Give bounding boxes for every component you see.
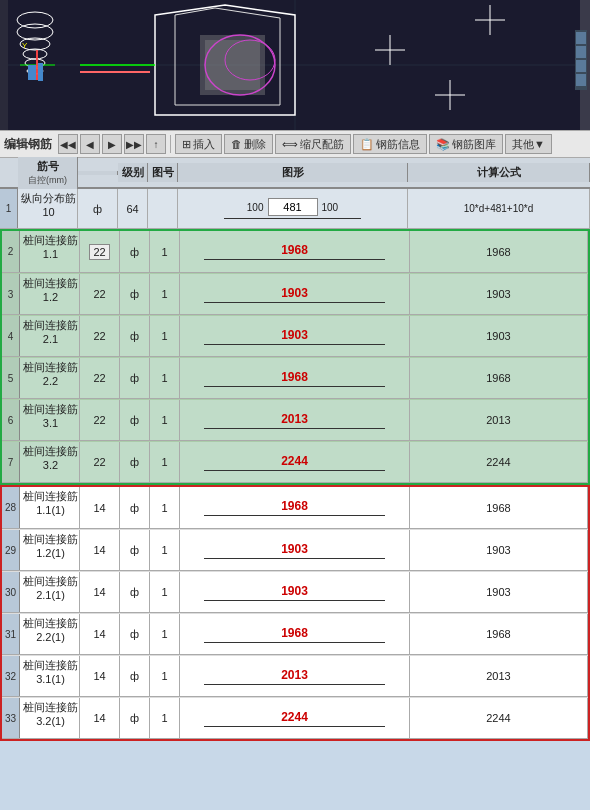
cell-jiebie-13: ф (120, 698, 150, 738)
cell-jiebie-1: 64 (118, 189, 148, 228)
cell-jiebie-4: ф (120, 316, 150, 356)
table-row: 1 纵向分布筋 10 ф 64 100 100 10*d+481+10*d (0, 189, 590, 229)
cell-tuhao-12: 1 (150, 656, 180, 696)
cell-tuhao-10: 1 (150, 572, 180, 612)
header-diameter (78, 171, 118, 175)
figure-input-1[interactable] (268, 198, 318, 216)
cell-jinhao-9: 桩间连接筋 1.2(1) (20, 530, 80, 570)
cell-figure-2: 1968 (180, 231, 410, 272)
figure-line-8 (204, 515, 386, 516)
cell-tuhao-5: 1 (150, 358, 180, 398)
cell-formula-9: 1903 (410, 530, 588, 570)
cell-formula-3: 1903 (410, 274, 588, 314)
cell-jiebie-12: ф (120, 656, 150, 696)
insert-btn[interactable]: ⊞ 插入 (175, 134, 222, 154)
cell-formula-7: 2244 (410, 442, 588, 482)
delete-icon: 🗑 (231, 138, 242, 150)
cell-jiebie-6: ф (120, 400, 150, 440)
table-row: 6 桩间连接筋 3.1 22 ф 1 2013 2013 (2, 399, 588, 441)
delete-label: 删除 (244, 137, 266, 152)
other-btn[interactable]: 其他 ▼ (505, 134, 552, 154)
table-row: 29 桩间连接筋 1.2(1) 14 ф 1 1903 1903 (2, 529, 588, 571)
svg-rect-20 (205, 40, 260, 90)
figure-line-10 (204, 600, 386, 601)
table-row: 3 桩间连接筋 1.2 22 ф 1 1903 1903 (2, 273, 588, 315)
cell-tuhao-3: 1 (150, 274, 180, 314)
svg-rect-15 (28, 65, 36, 80)
cell-diameter-2: 22 (80, 231, 120, 272)
nav-first-btn[interactable]: ◀◀ (58, 134, 78, 154)
cell-figure-3: 1903 (180, 274, 410, 314)
nav-up-btn[interactable]: ↑ (146, 134, 166, 154)
table-header: 筋号 自控(mm) 级别 图号 图形 计算公式 (0, 158, 590, 189)
svg-rect-35 (576, 74, 586, 86)
dropdown-icon: ▼ (534, 138, 545, 150)
table-row: 4 桩间连接筋 2.1 22 ф 1 1903 1903 (2, 315, 588, 357)
svg-rect-16 (38, 63, 43, 81)
cell-figure-5: 1968 (180, 358, 410, 398)
cell-figure-11: 1968 (180, 614, 410, 654)
cell-jinhao-6: 桩间连接筋 3.1 (20, 400, 80, 440)
figure-line-4 (204, 344, 386, 345)
cell-tuhao-4: 1 (150, 316, 180, 356)
cell-formula-13: 2244 (410, 698, 588, 738)
cell-jinhao-7: 桩间连接筋 3.2 (20, 442, 80, 482)
cell-tuhao-8: 1 (150, 487, 180, 528)
scale-label: 缩尺配筋 (300, 137, 344, 152)
cell-diameter-1: ф (78, 189, 118, 228)
cell-jiebie-7: ф (120, 442, 150, 482)
cell-figure-9: 1903 (180, 530, 410, 570)
table-row: 2 桩间连接筋 1.1 22 ф 1 1968 1968 (2, 231, 588, 273)
delete-btn[interactable]: 🗑 删除 (224, 134, 273, 154)
rebar-lib-label: 钢筋图库 (452, 137, 496, 152)
scale-btn[interactable]: ⟺ 缩尺配筋 (275, 134, 351, 154)
cell-diameter-13: 14 (80, 698, 120, 738)
nav-last-btn[interactable]: ▶▶ (124, 134, 144, 154)
cell-tuhao-11: 1 (150, 614, 180, 654)
rebar-lib-btn[interactable]: 📚 钢筋图库 (429, 134, 503, 154)
table-row: 7 桩间连接筋 3.2 22 ф 1 2244 2244 (2, 441, 588, 483)
nav-next-btn[interactable]: ▶ (102, 134, 122, 154)
rebar-lib-icon: 📚 (436, 138, 450, 151)
cell-jinhao-5: 桩间连接筋 2.2 (20, 358, 80, 398)
separator-1 (170, 135, 171, 153)
cell-jinhao-2: 桩间连接筋 1.1 (20, 231, 80, 272)
nav-prev-btn[interactable]: ◀ (80, 134, 100, 154)
header-formula: 计算公式 (408, 163, 590, 182)
row-number-9: 29 (2, 530, 20, 570)
header-tuhao: 图号 (148, 163, 178, 182)
header-figure: 图形 (178, 163, 408, 182)
cell-diameter-3: 22 (80, 274, 120, 314)
cell-jiebie-5: ф (120, 358, 150, 398)
cell-jiebie-11: ф (120, 614, 150, 654)
toolbar-label: 编辑钢筋 (4, 136, 52, 153)
cell-diameter-11: 14 (80, 614, 120, 654)
insert-label: 插入 (193, 137, 215, 152)
row-number-13: 33 (2, 698, 20, 738)
cell-formula-6: 2013 (410, 400, 588, 440)
table-row: 32 桩间连接筋 3.1(1) 14 ф 1 2013 2013 (2, 655, 588, 697)
row-number-1: 1 (0, 189, 18, 228)
figure-line-9 (204, 558, 386, 559)
figure-line-6 (204, 428, 386, 429)
table-row: 31 桩间连接筋 2.2(1) 14 ф 1 1968 1968 (2, 613, 588, 655)
row-number-12: 32 (2, 656, 20, 696)
cell-formula-5: 1968 (410, 358, 588, 398)
row-number-8: 28 (2, 487, 20, 528)
svg-rect-34 (576, 60, 586, 72)
svg-rect-32 (576, 32, 586, 44)
cell-figure-6: 2013 (180, 400, 410, 440)
figure-line-3 (204, 302, 386, 303)
cell-jiebie-8: ф (120, 487, 150, 528)
cell-jiebie-10: ф (120, 572, 150, 612)
row-number-6: 6 (2, 400, 20, 440)
rebar-info-btn[interactable]: 📋 钢筋信息 (353, 134, 427, 154)
figure-line-1 (224, 218, 360, 219)
cell-jinhao-8: 桩间连接筋 1.1(1) (20, 487, 80, 528)
rebar-info-label: 钢筋信息 (376, 137, 420, 152)
table-row: 28 桩间连接筋 1.1(1) 14 ф 1 1968 1968 (2, 487, 588, 529)
cell-jinhao-11: 桩间连接筋 2.2(1) (20, 614, 80, 654)
cell-formula-8: 1968 (410, 487, 588, 528)
cell-formula-11: 1968 (410, 614, 588, 654)
figure-line-11 (204, 642, 386, 643)
